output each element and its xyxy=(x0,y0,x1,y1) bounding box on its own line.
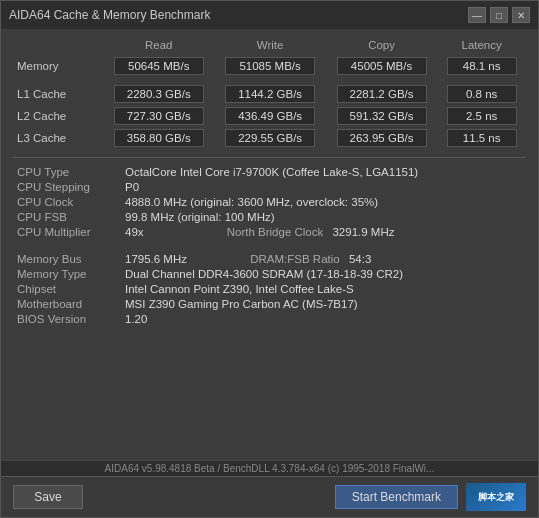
bench-write-0: 51085 MB/s xyxy=(214,55,325,77)
bench-copy-2: 591.32 GB/s xyxy=(326,105,437,127)
cpu-multiplier-value: 49x xyxy=(125,226,144,238)
bench-write-2: 436.49 GB/s xyxy=(214,105,325,127)
cpu-stepping-label: CPU Stepping xyxy=(13,179,121,194)
chipset-label: Chipset xyxy=(13,281,121,296)
bench-write-3: 229.55 GB/s xyxy=(214,127,325,149)
bench-read-1: 2280.3 GB/s xyxy=(103,83,214,105)
chipset-value: Intel Cannon Point Z390, Intel Coffee La… xyxy=(121,281,526,296)
bench-row-1: L1 Cache2280.3 GB/s1144.2 GB/s2281.2 GB/… xyxy=(13,83,526,105)
bench-label-2: L2 Cache xyxy=(13,105,103,127)
info-row-chipset: Chipset Intel Cannon Point Z390, Intel C… xyxy=(13,281,526,296)
info-row-memory-bus: Memory Bus 1795.6 MHz DRAM:FSB Ratio 54:… xyxy=(13,251,526,266)
info-row-memory-type: Memory Type Dual Channel DDR4-3600 SDRAM… xyxy=(13,266,526,281)
bench-read-2: 727.30 GB/s xyxy=(103,105,214,127)
window-controls: — □ ✕ xyxy=(468,7,530,23)
title-bar: AIDA64 Cache & Memory Benchmark — □ ✕ xyxy=(1,1,538,29)
cpu-clock-value: 4888.0 MHz (original: 3600 MHz, overcloc… xyxy=(121,194,526,209)
bench-copy-0: 45005 MB/s xyxy=(326,55,437,77)
maximize-button[interactable]: □ xyxy=(490,7,508,23)
bench-row-0: Memory50645 MB/s51085 MB/s45005 MB/s48.1… xyxy=(13,55,526,77)
cpu-fsb-value: 99.8 MHz (original: 100 MHz) xyxy=(121,209,526,224)
bench-latency-1: 0.8 ns xyxy=(437,83,526,105)
info-row-cpu-multiplier: CPU Multiplier 49x North Bridge Clock 32… xyxy=(13,224,526,239)
info-table: CPU Type OctalCore Intel Core i7-9700K (… xyxy=(13,164,526,239)
col-header-latency: Latency xyxy=(437,37,526,55)
info-row-cpu-fsb: CPU FSB 99.8 MHz (original: 100 MHz) xyxy=(13,209,526,224)
cpu-type-label: CPU Type xyxy=(13,164,121,179)
cpu-stepping-value: P0 xyxy=(121,179,526,194)
close-button[interactable]: ✕ xyxy=(512,7,530,23)
bios-label: BIOS Version xyxy=(13,311,121,326)
motherboard-value: MSI Z390 Gaming Pro Carbon AC (MS-7B17) xyxy=(121,296,526,311)
bench-write-1: 1144.2 GB/s xyxy=(214,83,325,105)
cpu-fsb-label: CPU FSB xyxy=(13,209,121,224)
minimize-button[interactable]: — xyxy=(468,7,486,23)
col-header-copy: Copy xyxy=(326,37,437,55)
status-text: AIDA64 v5.98.4818 Beta / BenchDLL 4.3.78… xyxy=(105,463,435,474)
logo-area: 脚本之家 xyxy=(466,483,526,511)
col-header-read: Read xyxy=(103,37,214,55)
col-header-write: Write xyxy=(214,37,325,55)
main-window: AIDA64 Cache & Memory Benchmark — □ ✕ Re… xyxy=(0,0,539,518)
bench-read-3: 358.80 GB/s xyxy=(103,127,214,149)
info-row-cpu-type: CPU Type OctalCore Intel Core i7-9700K (… xyxy=(13,164,526,179)
bench-label-0: Memory xyxy=(13,55,103,77)
memory-type-label: Memory Type xyxy=(13,266,121,281)
cpu-type-value: OctalCore Intel Core i7-9700K (Coffee La… xyxy=(121,164,526,179)
start-benchmark-button[interactable]: Start Benchmark xyxy=(335,485,458,509)
memory-bus-dram: 1795.6 MHz DRAM:FSB Ratio 54:3 xyxy=(121,251,526,266)
site-logo: 脚本之家 xyxy=(466,483,526,511)
info-row-motherboard: Motherboard MSI Z390 Gaming Pro Carbon A… xyxy=(13,296,526,311)
memory-bus-label: Memory Bus xyxy=(13,251,121,266)
bench-label-3: L3 Cache xyxy=(13,127,103,149)
bench-read-0: 50645 MB/s xyxy=(103,55,214,77)
bench-latency-0: 48.1 ns xyxy=(437,55,526,77)
memory-bus-value: 1795.6 MHz xyxy=(125,253,187,265)
bench-row-3: L3 Cache358.80 GB/s229.55 GB/s263.95 GB/… xyxy=(13,127,526,149)
north-bridge-label: North Bridge Clock xyxy=(227,226,324,238)
bench-row-2: L2 Cache727.30 GB/s436.49 GB/s591.32 GB/… xyxy=(13,105,526,127)
info-row-cpu-stepping: CPU Stepping P0 xyxy=(13,179,526,194)
footer: Save Start Benchmark 脚本之家 xyxy=(1,476,538,517)
main-content: Read Write Copy Latency Memory50645 MB/s… xyxy=(1,29,538,460)
bench-copy-1: 2281.2 GB/s xyxy=(326,83,437,105)
north-bridge-value: 3291.9 MHz xyxy=(332,226,394,238)
info-table-2: Memory Bus 1795.6 MHz DRAM:FSB Ratio 54:… xyxy=(13,251,526,326)
window-title: AIDA64 Cache & Memory Benchmark xyxy=(9,8,210,22)
motherboard-label: Motherboard xyxy=(13,296,121,311)
memory-type-value: Dual Channel DDR4-3600 SDRAM (17-18-18-3… xyxy=(121,266,526,281)
bench-latency-2: 2.5 ns xyxy=(437,105,526,127)
dram-fsb-label: DRAM:FSB Ratio xyxy=(250,253,339,265)
bench-copy-3: 263.95 GB/s xyxy=(326,127,437,149)
divider-1 xyxy=(13,157,526,158)
cpu-multiplier-label: CPU Multiplier xyxy=(13,224,121,239)
dram-fsb-value: 54:3 xyxy=(349,253,371,265)
separator-1 xyxy=(13,243,526,251)
bench-label-1: L1 Cache xyxy=(13,83,103,105)
info-row-bios: BIOS Version 1.20 xyxy=(13,311,526,326)
benchmark-table: Read Write Copy Latency Memory50645 MB/s… xyxy=(13,37,526,149)
cpu-clock-label: CPU Clock xyxy=(13,194,121,209)
bench-latency-3: 11.5 ns xyxy=(437,127,526,149)
status-bar: AIDA64 v5.98.4818 Beta / BenchDLL 4.3.78… xyxy=(1,460,538,476)
col-header-label xyxy=(13,37,103,55)
save-button[interactable]: Save xyxy=(13,485,83,509)
cpu-multiplier-nb: 49x North Bridge Clock 3291.9 MHz xyxy=(121,224,526,239)
info-row-cpu-clock: CPU Clock 4888.0 MHz (original: 3600 MHz… xyxy=(13,194,526,209)
bios-value: 1.20 xyxy=(121,311,526,326)
